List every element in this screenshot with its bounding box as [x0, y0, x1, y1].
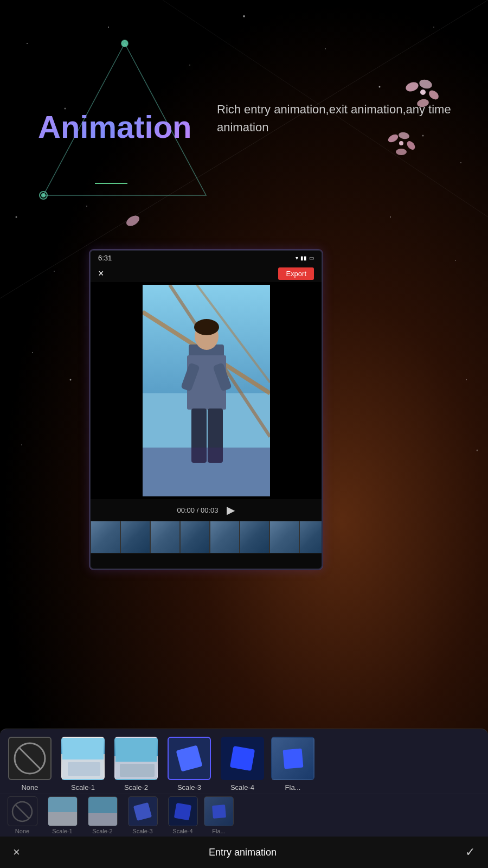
description-text: Rich entry animation,exit animation,any … — [217, 100, 461, 136]
timeline-thumb — [240, 521, 269, 553]
anim-sm-scale3-label: Scale-3 — [132, 828, 152, 834]
anim-sm-scale1[interactable]: Scale-1 — [43, 796, 81, 834]
svg-line-61 — [15, 805, 29, 819]
timeline-thumb — [269, 521, 299, 553]
timeline-thumb — [150, 521, 180, 553]
animation-options-row-2: None Scale-1 Scale-2 — [0, 794, 488, 837]
battery-icon: ▭ — [309, 255, 314, 261]
anim-scale4-label: Scale-4 — [230, 783, 254, 792]
anim-scale3-thumbnail — [168, 737, 211, 780]
anim-sm-scale4-label: Scale-4 — [172, 828, 192, 834]
animation-options-row: None Scale-1 Scale-2 — [0, 729, 488, 794]
time-display: 00:00 / 00:03 — [177, 506, 219, 514]
anim-scale3-label: Scale-3 — [177, 783, 201, 792]
anim-option-flash[interactable]: Fla... — [271, 737, 314, 792]
svg-rect-65 — [88, 813, 118, 826]
confirm-button[interactable]: ✓ — [465, 845, 475, 859]
svg-line-53 — [19, 748, 41, 769]
anim-sm-scale2[interactable]: Scale-2 — [84, 796, 121, 834]
anim-sm-none-thumb — [8, 796, 37, 826]
anim-sm-flash-thumb — [204, 796, 234, 826]
sm-flash-icon — [211, 804, 226, 818]
animation-panel: None Scale-1 Scale-2 — [0, 729, 488, 868]
phone-status-icons: ▾ ▮▮ ▭ — [296, 255, 314, 261]
video-preview — [143, 285, 270, 496]
anim-option-scale2[interactable]: Scale-2 — [112, 737, 160, 792]
export-button[interactable]: Export — [278, 267, 314, 280]
anim-sm-scale3-thumb — [128, 796, 158, 826]
anim-sm-flash[interactable]: Fla... — [204, 796, 234, 834]
anim-sm-scale2-label: Scale-2 — [92, 828, 112, 834]
anim-scale1-thumbnail — [61, 737, 105, 780]
anim-flash-thumbnail — [271, 737, 314, 780]
scale3-icon — [176, 745, 203, 772]
svg-point-45 — [194, 319, 219, 335]
anim-sm-scale3[interactable]: Scale-3 — [124, 796, 162, 834]
timeline-thumb — [180, 521, 210, 553]
anim-sm-none-label: None — [15, 828, 29, 834]
anim-scale4-thumbnail — [221, 737, 264, 780]
flash-icon — [282, 748, 303, 769]
anim-none-label: None — [21, 783, 38, 792]
anim-scale2-thumbnail — [114, 737, 158, 780]
anim-option-scale1[interactable]: Scale-1 — [59, 737, 107, 792]
entry-animation-title: Entry animation — [209, 847, 277, 858]
wifi-icon: ▾ — [296, 255, 298, 261]
timeline-thumb — [120, 521, 150, 553]
timeline-thumb — [299, 521, 322, 553]
anim-option-none[interactable]: None — [5, 737, 54, 792]
animation-title: Animation — [38, 108, 192, 145]
phone-close-button[interactable]: × — [98, 268, 104, 279]
timeline-strip — [91, 521, 322, 553]
anim-sm-scale4[interactable]: Scale-4 — [164, 796, 202, 834]
svg-rect-51 — [143, 448, 270, 496]
anim-option-scale4[interactable]: Scale-4 — [218, 737, 267, 792]
svg-rect-56 — [68, 762, 100, 776]
bottom-bar: × Entry animation ✓ — [0, 837, 488, 868]
anim-option-scale3[interactable]: Scale-3 — [165, 737, 214, 792]
timeline-thumb — [91, 521, 120, 553]
anim-scale2-label: Scale-2 — [124, 783, 148, 792]
anim-none-thumbnail — [8, 737, 52, 780]
timeline-thumb — [210, 521, 240, 553]
anim-sm-flash-label: Fla... — [212, 828, 225, 834]
svg-rect-59 — [120, 764, 155, 777]
anim-sm-scale1-label: Scale-1 — [52, 828, 72, 834]
video-area — [91, 282, 322, 499]
anim-flash-label: Fla... — [285, 783, 301, 792]
phone-toolbar: × Export — [91, 265, 322, 282]
anim-scale1-label: Scale-1 — [71, 783, 95, 792]
phone-status-bar: 6:31 ▾ ▮▮ ▭ — [91, 251, 322, 265]
svg-rect-63 — [48, 812, 78, 826]
sm-scale4-icon — [174, 802, 191, 820]
scale4-icon — [230, 746, 255, 771]
anim-sm-none[interactable]: None — [3, 796, 41, 834]
phone-mockup: 6:31 ▾ ▮▮ ▭ × Export — [89, 250, 323, 570]
anim-sm-scale4-thumb — [168, 796, 198, 826]
video-controls: 00:00 / 00:03 ▶ — [91, 499, 322, 521]
play-button[interactable]: ▶ — [227, 503, 235, 516]
anim-sm-scale1-thumb — [48, 796, 78, 826]
phone-time: 6:31 — [98, 254, 112, 262]
anim-sm-scale2-thumb — [88, 796, 118, 826]
cancel-button[interactable]: × — [13, 845, 20, 859]
signal-icon: ▮▮ — [300, 255, 307, 261]
sm-scale3-icon — [133, 802, 152, 820]
